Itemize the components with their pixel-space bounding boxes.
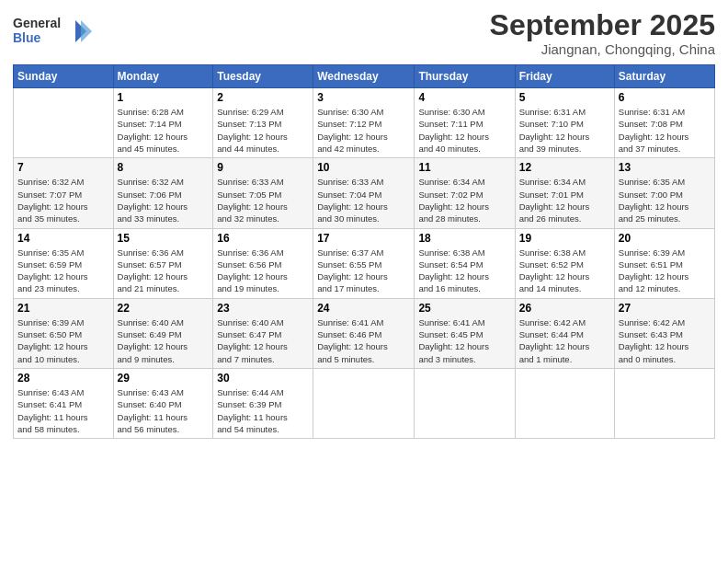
col-tuesday: Tuesday	[213, 65, 313, 88]
calendar-cell-w3-d0: 14Sunrise: 6:35 AM Sunset: 6:59 PM Dayli…	[14, 228, 114, 298]
day-number: 1	[118, 91, 210, 104]
calendar-cell-w3-d3: 17Sunrise: 6:37 AM Sunset: 6:55 PM Dayli…	[313, 228, 415, 298]
col-wednesday: Wednesday	[313, 65, 415, 88]
calendar-cell-w2-d5: 12Sunrise: 6:34 AM Sunset: 7:01 PM Dayli…	[515, 158, 614, 228]
day-info: Sunrise: 6:34 AM Sunset: 7:01 PM Dayligh…	[519, 176, 610, 224]
day-number: 10	[317, 161, 410, 174]
title-area: September 2025 Jiangnan, Chongqing, Chin…	[490, 9, 715, 57]
day-info: Sunrise: 6:40 AM Sunset: 6:49 PM Dayligh…	[118, 316, 210, 365]
day-info: Sunrise: 6:38 AM Sunset: 6:52 PM Dayligh…	[519, 247, 610, 295]
col-monday: Monday	[113, 65, 213, 88]
day-info: Sunrise: 6:28 AM Sunset: 7:14 PM Dayligh…	[118, 106, 210, 155]
day-info: Sunrise: 6:35 AM Sunset: 6:59 PM Dayligh…	[17, 247, 109, 295]
day-info: Sunrise: 6:36 AM Sunset: 6:57 PM Dayligh…	[118, 247, 210, 295]
day-info: Sunrise: 6:39 AM Sunset: 6:50 PM Dayligh…	[17, 316, 109, 365]
day-info: Sunrise: 6:31 AM Sunset: 7:10 PM Dayligh…	[519, 106, 610, 155]
logo-text: General Blue	[13, 13, 96, 53]
calendar-cell-w1-d5: 5Sunrise: 6:31 AM Sunset: 7:10 PM Daylig…	[515, 88, 614, 158]
day-number: 22	[118, 302, 210, 315]
day-number: 21	[17, 302, 109, 315]
day-number: 29	[118, 372, 210, 385]
day-number: 5	[519, 91, 610, 104]
day-info: Sunrise: 6:43 AM Sunset: 6:40 PM Dayligh…	[118, 386, 210, 435]
day-info: Sunrise: 6:42 AM Sunset: 6:43 PM Dayligh…	[619, 316, 711, 365]
day-number: 28	[17, 372, 109, 385]
calendar-cell-w2-d1: 8Sunrise: 6:32 AM Sunset: 7:06 PM Daylig…	[113, 158, 213, 228]
calendar-cell-w3-d6: 20Sunrise: 6:39 AM Sunset: 6:51 PM Dayli…	[614, 228, 714, 298]
day-number: 11	[418, 161, 510, 174]
calendar-cell-w2-d4: 11Sunrise: 6:34 AM Sunset: 7:02 PM Dayli…	[415, 158, 515, 228]
calendar-cell-w3-d4: 18Sunrise: 6:38 AM Sunset: 6:54 PM Dayli…	[415, 228, 515, 298]
calendar-cell-w1-d6: 6Sunrise: 6:31 AM Sunset: 7:08 PM Daylig…	[614, 88, 714, 158]
day-number: 18	[418, 232, 510, 245]
calendar-cell-w1-d0	[14, 88, 114, 158]
day-info: Sunrise: 6:33 AM Sunset: 7:05 PM Dayligh…	[217, 176, 309, 224]
day-number: 15	[118, 232, 210, 245]
day-number: 25	[418, 302, 510, 315]
week-row-2: 7Sunrise: 6:32 AM Sunset: 7:07 PM Daylig…	[14, 158, 715, 228]
week-row-5: 28Sunrise: 6:43 AM Sunset: 6:41 PM Dayli…	[14, 368, 715, 438]
calendar-cell-w3-d2: 16Sunrise: 6:36 AM Sunset: 6:56 PM Dayli…	[213, 228, 313, 298]
day-number: 24	[317, 302, 410, 315]
col-sunday: Sunday	[14, 65, 114, 88]
day-number: 3	[317, 91, 410, 104]
calendar-cell-w2-d6: 13Sunrise: 6:35 AM Sunset: 7:00 PM Dayli…	[614, 158, 714, 228]
logo: General Blue	[13, 13, 96, 53]
calendar-cell-w5-d4	[415, 368, 515, 438]
page-container: General Blue September 2025 Jiangnan, Ch…	[0, 0, 728, 448]
day-info: Sunrise: 6:37 AM Sunset: 6:55 PM Dayligh…	[317, 247, 410, 295]
day-number: 30	[217, 372, 309, 385]
day-number: 6	[619, 91, 711, 104]
day-info: Sunrise: 6:32 AM Sunset: 7:07 PM Dayligh…	[17, 176, 109, 224]
day-info: Sunrise: 6:33 AM Sunset: 7:04 PM Dayligh…	[317, 176, 410, 224]
day-number: 8	[118, 161, 210, 174]
day-info: Sunrise: 6:42 AM Sunset: 6:44 PM Dayligh…	[519, 316, 610, 365]
day-info: Sunrise: 6:43 AM Sunset: 6:41 PM Dayligh…	[17, 386, 109, 435]
col-thursday: Thursday	[415, 65, 515, 88]
day-info: Sunrise: 6:30 AM Sunset: 7:12 PM Dayligh…	[317, 106, 410, 155]
svg-marker-3	[81, 20, 92, 42]
calendar-cell-w5-d0: 28Sunrise: 6:43 AM Sunset: 6:41 PM Dayli…	[14, 368, 114, 438]
calendar-cell-w3-d1: 15Sunrise: 6:36 AM Sunset: 6:57 PM Dayli…	[113, 228, 213, 298]
day-number: 17	[317, 232, 410, 245]
day-number: 23	[217, 302, 309, 315]
day-info: Sunrise: 6:40 AM Sunset: 6:47 PM Dayligh…	[217, 316, 309, 365]
day-info: Sunrise: 6:35 AM Sunset: 7:00 PM Dayligh…	[619, 176, 711, 224]
day-info: Sunrise: 6:29 AM Sunset: 7:13 PM Dayligh…	[217, 106, 309, 155]
week-row-4: 21Sunrise: 6:39 AM Sunset: 6:50 PM Dayli…	[14, 298, 715, 368]
calendar-cell-w4-d5: 26Sunrise: 6:42 AM Sunset: 6:44 PM Dayli…	[515, 298, 614, 368]
day-number: 27	[619, 302, 711, 315]
calendar-cell-w5-d2: 30Sunrise: 6:44 AM Sunset: 6:39 PM Dayli…	[213, 368, 313, 438]
day-info: Sunrise: 6:44 AM Sunset: 6:39 PM Dayligh…	[217, 386, 309, 435]
calendar-header-row: Sunday Monday Tuesday Wednesday Thursday…	[14, 65, 715, 88]
day-number: 7	[17, 161, 109, 174]
calendar-cell-w4-d0: 21Sunrise: 6:39 AM Sunset: 6:50 PM Dayli…	[14, 298, 114, 368]
day-info: Sunrise: 6:38 AM Sunset: 6:54 PM Dayligh…	[418, 247, 510, 295]
day-number: 19	[519, 232, 610, 245]
day-number: 9	[217, 161, 309, 174]
calendar-cell-w5-d1: 29Sunrise: 6:43 AM Sunset: 6:40 PM Dayli…	[113, 368, 213, 438]
week-row-3: 14Sunrise: 6:35 AM Sunset: 6:59 PM Dayli…	[14, 228, 715, 298]
day-info: Sunrise: 6:39 AM Sunset: 6:51 PM Dayligh…	[619, 247, 711, 295]
day-info: Sunrise: 6:32 AM Sunset: 7:06 PM Dayligh…	[118, 176, 210, 224]
calendar-cell-w4-d1: 22Sunrise: 6:40 AM Sunset: 6:49 PM Dayli…	[113, 298, 213, 368]
day-number: 2	[217, 91, 309, 104]
header-area: General Blue September 2025 Jiangnan, Ch…	[13, 9, 715, 57]
calendar-cell-w4-d4: 25Sunrise: 6:41 AM Sunset: 6:45 PM Dayli…	[415, 298, 515, 368]
location-title: Jiangnan, Chongqing, China	[490, 41, 715, 57]
calendar-cell-w1-d4: 4Sunrise: 6:30 AM Sunset: 7:11 PM Daylig…	[415, 88, 515, 158]
day-number: 4	[418, 91, 510, 104]
svg-text:General: General	[13, 16, 61, 30]
calendar-table: Sunday Monday Tuesday Wednesday Thursday…	[13, 64, 715, 439]
day-info: Sunrise: 6:34 AM Sunset: 7:02 PM Dayligh…	[418, 176, 510, 224]
calendar-cell-w4-d2: 23Sunrise: 6:40 AM Sunset: 6:47 PM Dayli…	[213, 298, 313, 368]
month-title: September 2025	[490, 9, 715, 41]
calendar-cell-w5-d5	[515, 368, 614, 438]
day-info: Sunrise: 6:31 AM Sunset: 7:08 PM Dayligh…	[619, 106, 711, 155]
calendar-cell-w5-d3	[313, 368, 415, 438]
svg-text:Blue: Blue	[13, 30, 41, 45]
calendar-cell-w4-d6: 27Sunrise: 6:42 AM Sunset: 6:43 PM Dayli…	[614, 298, 714, 368]
calendar-cell-w2-d0: 7Sunrise: 6:32 AM Sunset: 7:07 PM Daylig…	[14, 158, 114, 228]
col-saturday: Saturday	[614, 65, 714, 88]
day-info: Sunrise: 6:30 AM Sunset: 7:11 PM Dayligh…	[418, 106, 510, 155]
